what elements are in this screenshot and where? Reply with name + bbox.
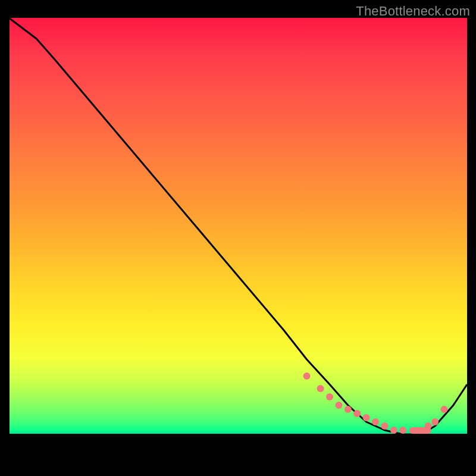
cluster-dot bbox=[381, 422, 388, 430]
cluster-dot bbox=[303, 372, 311, 380]
chart-stage: TheBottleneck.com bbox=[0, 0, 476, 476]
cluster-dot bbox=[335, 402, 342, 409]
cluster-dot bbox=[326, 393, 333, 400]
cluster-dot bbox=[372, 418, 379, 425]
cluster-dot bbox=[345, 406, 352, 413]
optimal-cluster-dots bbox=[303, 372, 448, 434]
cluster-dot bbox=[353, 410, 361, 417]
cluster-dot bbox=[399, 427, 406, 434]
chart-svg bbox=[9, 18, 467, 470]
cluster-dot bbox=[390, 427, 397, 434]
cluster-dot bbox=[363, 414, 370, 421]
cluster-dot bbox=[431, 418, 439, 425]
cluster-dot bbox=[441, 406, 448, 413]
watermark-text: TheBottleneck.com bbox=[356, 4, 470, 19]
cluster-dot bbox=[425, 422, 432, 430]
cluster-dot bbox=[317, 385, 324, 392]
bottleneck-curve-line bbox=[9, 18, 467, 434]
plot-area bbox=[9, 18, 467, 470]
